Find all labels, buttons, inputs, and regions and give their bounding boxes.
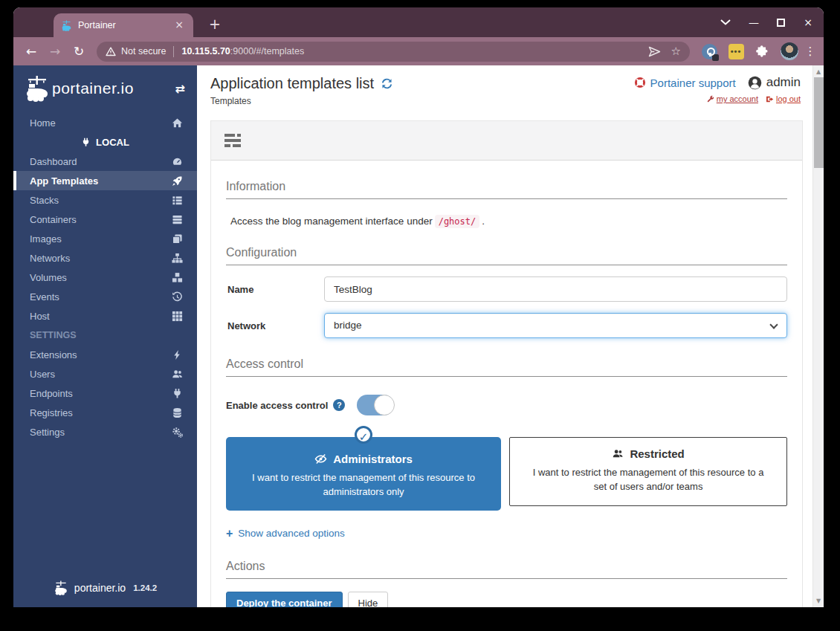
footer-logo-text: portainer.io — [74, 582, 126, 594]
deploy-container-button[interactable]: Deploy the container — [226, 592, 343, 607]
history-icon — [170, 291, 184, 302]
enable-access-control-label: Enable access control — [226, 400, 328, 411]
browser-window: Portainer × + — × ← → ↻ Not secure 10.11… — [13, 7, 824, 607]
browser-tab[interactable]: Portainer × — [54, 13, 193, 37]
sidebar-item-dashboard[interactable]: Dashboard — [13, 152, 197, 171]
sidebar-item-containers[interactable]: Containers — [13, 210, 197, 229]
rocket-icon — [170, 175, 184, 187]
sidebar: portainer.io ⇄ Home LOCAL Dashboard App … — [13, 65, 197, 607]
name-label: Name — [226, 284, 324, 295]
minimize-button[interactable]: — — [747, 16, 760, 28]
template-description: Access the blog management interface und… — [230, 216, 787, 227]
sidebar-item-images[interactable]: Images — [13, 229, 197, 248]
plug-icon — [81, 137, 91, 147]
widget-body: Information Access the blog management i… — [211, 161, 802, 607]
scroll-up-icon[interactable]: ▲ — [816, 65, 821, 77]
database-icon — [170, 407, 184, 418]
name-input[interactable] — [324, 276, 787, 302]
ownership-restricted-option[interactable]: Restricted I want to restrict the manage… — [509, 437, 787, 506]
not-secure-label[interactable]: Not secure — [121, 46, 166, 56]
url-divider — [173, 46, 174, 57]
plus-icon: + — [226, 527, 233, 540]
my-account-link[interactable]: my account — [706, 94, 758, 103]
sidebar-item-extensions[interactable]: Extensions — [13, 345, 197, 364]
page-header: Application templates list Templates Por… — [197, 65, 812, 106]
user-circle-icon — [748, 76, 762, 90]
sidebar-item-events[interactable]: Events — [13, 287, 197, 306]
sidebar-item-app-templates[interactable]: App Templates — [13, 171, 197, 190]
close-window-button[interactable]: × — [801, 16, 815, 28]
bolt-icon — [170, 349, 184, 360]
tab-title: Portainer — [78, 20, 172, 30]
hide-button[interactable]: Hide — [348, 592, 389, 607]
show-advanced-options-link[interactable]: + Show advanced options — [226, 527, 787, 540]
password-manager-extension-icon[interactable] — [700, 42, 719, 61]
tasks-icon — [224, 134, 241, 147]
reload-button[interactable]: ↻ — [68, 41, 89, 62]
plug-icon — [170, 388, 184, 399]
tab-search-chevron-icon[interactable] — [720, 19, 731, 25]
cubes-icon — [170, 272, 184, 283]
new-tab-button[interactable]: + — [205, 15, 224, 34]
sidebar-logo[interactable]: portainer.io ⇄ — [13, 65, 197, 111]
help-icon[interactable]: ? — [333, 399, 345, 411]
forward-button[interactable]: → — [45, 41, 65, 62]
maximize-button[interactable] — [777, 19, 785, 27]
tab-close-icon[interactable]: × — [172, 19, 186, 32]
sidebar-item-host[interactable]: Host — [13, 306, 197, 326]
browser-toolbar: ← → ↻ Not secure 10.115.5.70 :9000/#/tem… — [13, 37, 824, 65]
extensions-puzzle-icon[interactable] — [753, 42, 772, 61]
scrollbar-thumb[interactable] — [814, 77, 824, 168]
wrench-icon — [706, 95, 714, 103]
breadcrumb[interactable]: Templates — [210, 96, 393, 106]
sidebar-item-stacks[interactable]: Stacks — [13, 190, 197, 210]
sidebar-item-home[interactable]: Home — [13, 113, 197, 132]
sidebar-endpoint-header: LOCAL — [13, 132, 197, 152]
code-path: /ghost/ — [435, 215, 480, 228]
current-user: admin — [748, 75, 801, 90]
section-actions: Actions — [226, 560, 787, 579]
log-out-link[interactable]: log out — [766, 94, 801, 103]
browser-menu-icon[interactable]: ⋮ — [804, 45, 816, 58]
portainer-support-link[interactable]: Portainer support — [634, 77, 736, 89]
not-secure-warning-icon — [106, 47, 116, 56]
section-information: Information — [226, 180, 787, 199]
url-path: :9000/#/templates — [230, 46, 304, 56]
sidebar-footer: portainer.io 1.24.2 — [13, 573, 197, 607]
scroll-down-icon[interactable]: ▼ — [816, 596, 821, 607]
sidebar-item-endpoints[interactable]: Endpoints — [13, 384, 197, 403]
sidebar-item-settings[interactable]: Settings — [13, 422, 197, 441]
page-scrollbar[interactable]: ▲ ▼ — [812, 65, 824, 607]
sidebar-nav: Home LOCAL Dashboard App Templates Stack… — [13, 111, 197, 573]
eye-slash-icon — [314, 453, 327, 465]
browser-titlebar: Portainer × + — × — [13, 7, 824, 37]
logo-text: portainer.io — [52, 80, 134, 97]
ownership-administrators-option[interactable]: ✓ Administrators I want to restrict the … — [226, 437, 501, 511]
bookmark-star-icon[interactable]: ☆ — [671, 45, 681, 58]
profile-avatar[interactable] — [780, 42, 799, 61]
life-ring-icon — [634, 77, 646, 88]
network-select[interactable]: bridge — [324, 313, 787, 338]
access-control-toggle[interactable] — [357, 395, 394, 415]
selected-check-icon: ✓ — [355, 426, 372, 444]
send-to-device-icon[interactable] — [648, 46, 661, 57]
list-icon — [170, 195, 184, 206]
page-title: Application templates list — [210, 75, 374, 92]
sitemap-icon — [170, 253, 184, 264]
sign-out-icon — [766, 95, 774, 103]
url-bar[interactable]: Not secure 10.115.5.70 :9000/#/templates… — [97, 42, 690, 62]
sidebar-collapse-icon[interactable]: ⇄ — [175, 82, 185, 96]
network-label: Network — [226, 320, 324, 331]
gauge-icon — [170, 156, 184, 167]
back-button[interactable]: ← — [21, 41, 42, 62]
main-content: Application templates list Templates Por… — [197, 65, 812, 607]
refresh-icon[interactable] — [381, 77, 393, 90]
sidebar-item-users[interactable]: Users — [13, 364, 197, 384]
yellow-extension-icon[interactable]: ••• — [726, 42, 746, 61]
sidebar-item-registries[interactable]: Registries — [13, 403, 197, 422]
sidebar-item-volumes[interactable]: Volumes — [13, 268, 197, 287]
version-label: 1.24.2 — [133, 583, 157, 592]
portainer-favicon-icon — [61, 20, 72, 31]
sidebar-item-networks[interactable]: Networks — [13, 248, 197, 268]
layers-icon — [170, 233, 184, 245]
